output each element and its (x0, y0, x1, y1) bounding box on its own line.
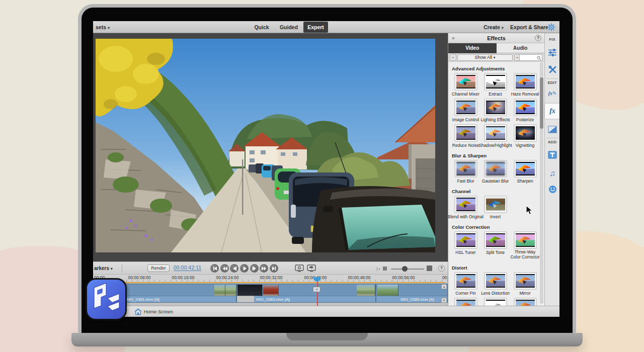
render-button[interactable]: Render (147, 265, 170, 272)
effect-blend-with-original[interactable]: Blend with Original (451, 196, 480, 219)
effect-channel-mixer[interactable]: Channel Mixer (451, 73, 480, 97)
effect-shadow-highlight[interactable]: Shadow/Highlight (480, 125, 510, 148)
tools-icon[interactable] (545, 65, 559, 75)
tab-audio[interactable]: Audio (497, 43, 545, 53)
effect-haze-removal[interactable]: Haze Removal (510, 73, 540, 97)
zoom-slider-knob[interactable] (402, 266, 408, 272)
effect-corner-pin[interactable]: Corner Pin (451, 273, 480, 296)
effect-thumbnail (455, 232, 477, 248)
timeline-clip[interactable]: IMG_0381.mov [A] (113, 284, 236, 303)
timeline-clip[interactable]: IMG_0383.mov [A] (236, 284, 376, 303)
tab-quick[interactable]: Quick (251, 21, 273, 33)
effect-thumbnail (514, 125, 536, 141)
search-icon (537, 56, 541, 60)
tab-expert[interactable]: Expert (303, 22, 328, 33)
export-frame-icon[interactable] (306, 265, 316, 272)
effect-mirror[interactable]: Mirror (510, 273, 540, 296)
zoom-slider-track[interactable] (391, 269, 424, 270)
zoom-small-icon[interactable] (383, 267, 387, 271)
playhead-clip-badge[interactable]: × (313, 287, 320, 292)
clip-gap (237, 296, 254, 302)
monitor-settings-icon[interactable] (294, 265, 304, 272)
tab-guided[interactable]: Guided (276, 21, 302, 33)
effect-lens-distortion[interactable]: Lens Distortion (480, 273, 510, 296)
clip-frame-thumbnail (214, 285, 225, 296)
app-top-bar: sets ▾ Quick Guided Expert Create ▾ Expo… (93, 21, 559, 33)
fx-effects-button-active[interactable]: fx (545, 104, 559, 119)
effect-extract[interactable]: Extract (480, 73, 510, 97)
scroll-down-icon[interactable]: ▼ (441, 298, 447, 303)
effect-split-tone[interactable]: Split Tone (480, 232, 510, 260)
clip-frame-thumbnail (377, 285, 398, 296)
effect-fast-blur[interactable]: Fast Blur (451, 160, 480, 184)
step-back-button[interactable] (230, 264, 238, 273)
bottom-bar: Home Screen (93, 306, 559, 317)
clip-name-bar: IMG_0383.mov [A] (237, 296, 375, 302)
fx-pencil-icon[interactable]: fx✎ (545, 91, 559, 96)
help-icon[interactable]: ? (535, 35, 541, 41)
effect-thumbnail (485, 273, 507, 289)
timeline-clip[interactable]: IMG_0385.mov [A] (376, 284, 448, 303)
go-to-start-button[interactable] (210, 264, 219, 273)
title-text-icon[interactable] (545, 151, 559, 160)
go-to-end-button[interactable] (270, 264, 278, 273)
timeline-ruler[interactable]: 00:00 00:00:08:00 00:00:16:00 00:00:24:0… (93, 274, 448, 282)
project-assets-button[interactable]: sets ▾ (94, 21, 111, 33)
render-status-bar (125, 282, 445, 283)
premiere-elements-window: sets ▾ Quick Guided Expert Create ▾ Expo… (93, 21, 559, 317)
home-icon[interactable] (134, 308, 142, 315)
effect-partial[interactable] (510, 298, 540, 306)
scroll-up-icon[interactable]: ▲ (441, 284, 447, 289)
effect-sharpen[interactable]: Sharpen (510, 160, 540, 184)
effect-thumbnail (485, 196, 507, 213)
chevron-down-icon: ▾ (494, 55, 496, 60)
effects-list: Advanced Adjustments Channel Mixer Extra… (448, 62, 541, 306)
step-forward-button[interactable] (250, 264, 259, 273)
effect-three-way-color-corrector[interactable]: Three-Way Color Corrector (510, 232, 540, 260)
gear-icon[interactable] (547, 23, 555, 32)
fast-forward-button[interactable] (260, 264, 268, 273)
tab-video[interactable]: Video (448, 43, 497, 53)
effect-lighting-effects[interactable]: Lighting Effects (480, 99, 510, 122)
video-preview[interactable] (96, 39, 435, 252)
effect-partial[interactable] (451, 298, 480, 306)
effect-thumbnail (455, 99, 477, 116)
monitor-panel (93, 33, 448, 261)
transitions-icon[interactable] (545, 126, 559, 134)
timeline-tracks: IMG_0381.mov [A] IMG_0383.mov [A] IMG_03… (93, 282, 448, 306)
desktop: { "colors": { "accent_blue": "#4a8fd4", … (0, 0, 644, 352)
divider (546, 78, 558, 79)
effect-posterize[interactable]: Posterize (510, 99, 540, 122)
emoji-smiley-icon[interactable] (545, 185, 559, 195)
timeline-toolbar: arkers ▾ Render 00:00:42:11 ❘▪ ? (93, 261, 448, 274)
laptop-hinge-notch (286, 333, 368, 340)
effect-thumbnail (485, 125, 507, 141)
help-icon[interactable]: ? (438, 265, 445, 272)
export-share-button[interactable]: Export & Share (509, 21, 549, 33)
effect-gaussian-blur[interactable]: Gaussian Blur (480, 160, 510, 184)
collapse-all-icon[interactable]: « (450, 54, 456, 61)
rewind-button[interactable] (220, 264, 229, 273)
zoom-out-icon[interactable]: ❘▪ (375, 267, 380, 271)
music-note-icon[interactable]: ♫ (545, 169, 559, 178)
effect-invert[interactable]: Invert (480, 196, 510, 219)
fix-section-label: FIX (545, 37, 559, 42)
effect-vignetting[interactable]: Vignetting (510, 125, 540, 148)
current-timecode[interactable]: 00:00:42:11 (174, 265, 201, 271)
effects-search-input[interactable] (519, 54, 542, 61)
home-screen-button[interactable]: Home Screen (144, 306, 173, 317)
section-title: Distort (452, 265, 541, 271)
section-title: Blur & Sharpen (452, 153, 541, 158)
effect-partial[interactable] (480, 298, 510, 306)
effect-image-control[interactable]: Image Control (451, 99, 480, 122)
effects-scrollbar[interactable] (540, 62, 543, 304)
zoom-in-icon[interactable] (427, 266, 432, 271)
markers-button[interactable]: arkers ▾ (94, 262, 113, 275)
adjust-sliders-icon[interactable] (545, 48, 559, 58)
effect-thumbnail (455, 196, 477, 213)
create-button[interactable]: Create ▾ (480, 21, 507, 33)
show-all-dropdown[interactable]: Show All ▾ (457, 54, 513, 61)
effect-hsl-tuner[interactable]: HSL Tuner (451, 232, 480, 260)
play-button[interactable] (240, 264, 249, 273)
effect-reduce-noise[interactable]: Reduce Noise (451, 125, 480, 148)
